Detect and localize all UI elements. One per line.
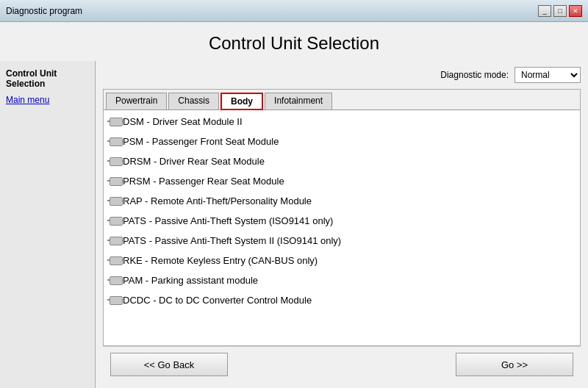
list-item[interactable]: DSM - Driver Seat Module II [104, 112, 580, 132]
list-item[interactable]: DCDC - DC to DC Converter Control Module [104, 290, 580, 310]
go-back-button[interactable]: << Go Back [110, 353, 228, 376]
list-item[interactable]: PATS - Passive Anti-Theft System (ISO914… [104, 211, 580, 231]
diagnostic-mode-select[interactable]: Normal Extended [514, 67, 581, 83]
ecu-icon [110, 177, 123, 186]
go-button[interactable]: Go >> [456, 353, 573, 376]
list-item[interactable]: PATS - Passive Anti-Theft System II (ISO… [104, 231, 580, 251]
list-item-label: DRSM - Driver Rear Seat Module [123, 156, 265, 167]
list-item-label: PATS - Passive Anti-Theft System II (ISO… [123, 235, 341, 246]
ecu-icon [110, 296, 123, 305]
page-title: Control Unit Selection [15, 33, 573, 54]
list-item-label: DCDC - DC to DC Converter Control Module [123, 295, 312, 306]
title-bar-buttons: _ □ ✕ [538, 5, 582, 17]
list-item[interactable]: PRSM - Passenger Rear Seat Module [104, 171, 580, 191]
list-item-label: RAP - Remote Anti-Theft/Personality Modu… [123, 195, 312, 206]
list-area[interactable]: DSM - Driver Seat Module IIPSM - Passeng… [104, 110, 580, 345]
list-item[interactable]: PAM - Parking assistant module [104, 270, 580, 290]
ecu-icon [110, 276, 123, 285]
bottom-buttons: << Go Back Go >> [103, 346, 581, 382]
title-bar-text: Diagnostic program [6, 6, 82, 16]
list-item-label: PAM - Parking assistant module [123, 275, 258, 286]
sidebar-item-main-menu[interactable]: Main menu [6, 95, 89, 105]
tab-body[interactable]: Body [220, 93, 263, 110]
body-layout: Control UnitSelection Main menu Diagnost… [0, 61, 588, 388]
tab-infotainment[interactable]: Infotainment [265, 93, 332, 110]
list-item-label: PATS - Passive Anti-Theft System (ISO914… [123, 215, 333, 226]
list-item-label: PSM - Passenger Front Seat Module [123, 136, 279, 147]
ecu-icon [110, 137, 123, 146]
sidebar: Control UnitSelection Main menu [0, 61, 96, 388]
diagnostic-mode-label: Diagnostic mode: [440, 70, 509, 80]
list-item-label: RKE - Remote Keyless Entry (CAN-BUS only… [123, 255, 318, 266]
close-button[interactable]: ✕ [569, 5, 582, 17]
title-bar: Diagnostic program _ □ ✕ [0, 0, 588, 22]
list-item-label: PRSM - Passenger Rear Seat Module [123, 176, 284, 187]
ecu-icon [110, 217, 123, 226]
ecu-icon [110, 197, 123, 206]
list-item[interactable]: DRSM - Driver Rear Seat Module [104, 151, 580, 171]
list-item[interactable]: PSM - Passenger Front Seat Module [104, 132, 580, 151]
ecu-icon [110, 157, 123, 166]
tab-powertrain[interactable]: Powertrain [106, 93, 167, 110]
ecu-icon [110, 118, 123, 126]
maximize-button[interactable]: □ [553, 5, 567, 17]
main-content: Diagnostic mode: Normal Extended Powertr… [96, 61, 588, 388]
ecu-icon [110, 237, 123, 245]
diagnostic-mode-row: Diagnostic mode: Normal Extended [103, 67, 581, 83]
minimize-button[interactable]: _ [538, 5, 551, 17]
list-item[interactable]: RKE - Remote Keyless Entry (CAN-BUS only… [104, 251, 580, 270]
ecu-icon [110, 256, 123, 265]
header: Control Unit Selection [0, 22, 588, 61]
tab-chassis[interactable]: Chassis [168, 93, 219, 110]
list-item[interactable]: RAP - Remote Anti-Theft/Personality Modu… [104, 191, 580, 211]
tabs-row: Powertrain Chassis Body Infotainment [104, 90, 580, 110]
list-item-label: DSM - Driver Seat Module II [123, 116, 243, 127]
sidebar-item-control-unit-selection[interactable]: Control UnitSelection [6, 68, 89, 89]
tabs-and-list: Powertrain Chassis Body Infotainment DSM… [103, 89, 581, 346]
window-content: Control Unit Selection Control UnitSelec… [0, 22, 588, 388]
